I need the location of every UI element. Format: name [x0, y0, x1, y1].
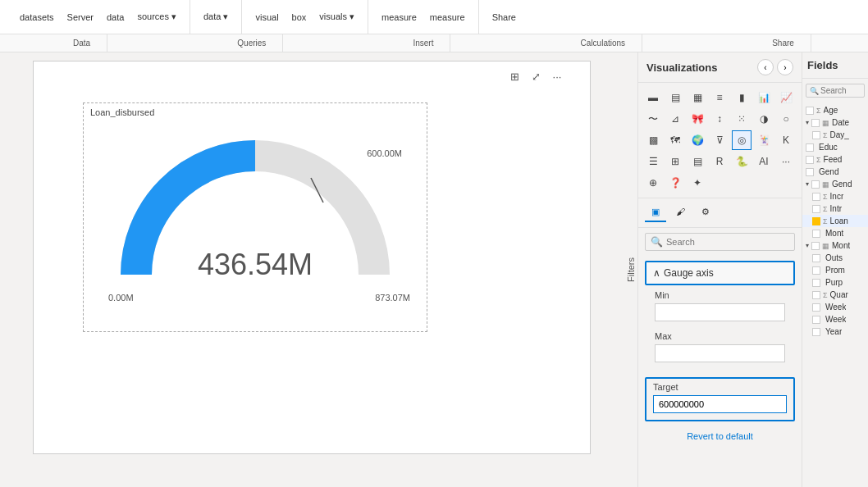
field-type-icon: Σ: [823, 217, 828, 225]
field-item[interactable]: ▾▦Gend: [802, 178, 868, 190]
viz-icon-filled-map[interactable]: 🌍: [688, 130, 707, 150]
ribbon-btn-server[interactable]: Server: [62, 11, 98, 24]
max-input[interactable]: [655, 344, 785, 362]
ribbon-btn-visual[interactable]: visual: [250, 11, 283, 24]
viz-icon-map[interactable]: 🗺: [665, 130, 685, 150]
viz-icon-table[interactable]: ▤: [688, 152, 707, 171]
field-checkbox[interactable]: [812, 193, 820, 201]
field-item[interactable]: ΣLoan: [802, 215, 868, 227]
field-checkbox[interactable]: [812, 266, 820, 275]
viz-icon-gauge[interactable]: ◎: [732, 130, 752, 150]
viz-icon-area[interactable]: 📈: [776, 88, 796, 107]
field-checkbox[interactable]: [812, 328, 820, 336]
field-item[interactable]: Year: [802, 325, 868, 338]
field-item[interactable]: Outs: [802, 252, 868, 264]
ribbon-btn-box[interactable]: box: [287, 11, 312, 24]
viz-icon-stacked-bar[interactable]: ▤: [665, 88, 685, 107]
viz-icon-stacked-col[interactable]: ▮: [732, 88, 752, 107]
tab-analytics[interactable]: ⚙: [695, 203, 716, 222]
viz-icon-scatter[interactable]: ⁙: [732, 109, 752, 129]
viz-icon-decomp[interactable]: ⊕: [643, 173, 663, 193]
viz-icon-slicer[interactable]: ☰: [643, 152, 663, 171]
filters-label[interactable]: Filters: [626, 257, 636, 282]
viz-icon-ai[interactable]: AI: [754, 152, 774, 171]
viz-collapse-left[interactable]: ‹: [757, 59, 774, 75]
ribbon-btn-sources[interactable]: sources ▾: [132, 10, 181, 24]
field-checkbox[interactable]: [806, 107, 814, 115]
viz-icon-area2[interactable]: ⊿: [665, 109, 685, 129]
expand-icon[interactable]: ⤢: [528, 68, 544, 84]
field-name-label: Feed: [824, 155, 843, 164]
field-checkbox[interactable]: [812, 205, 820, 213]
more-icon[interactable]: ···: [549, 68, 565, 84]
field-item[interactable]: ΣAge: [802, 104, 868, 116]
gauge-axis-header[interactable]: ∧ Gauge axis: [645, 261, 795, 285]
viz-icon-python[interactable]: 🐍: [732, 152, 752, 171]
viz-icon-line[interactable]: 〜: [643, 109, 663, 129]
field-item[interactable]: ▾▦Date: [802, 116, 868, 129]
ribbon-btn-data[interactable]: data: [102, 11, 129, 24]
ribbon-section-queries: Queries: [221, 34, 283, 52]
field-item[interactable]: ▾▦Mont: [802, 239, 868, 252]
viz-icon-qna[interactable]: ❓: [665, 173, 685, 193]
field-checkbox[interactable]: [812, 303, 820, 312]
field-item[interactable]: Purp: [802, 276, 868, 289]
field-item[interactable]: ΣQuar: [802, 289, 868, 301]
viz-icon-smart[interactable]: ✦: [688, 173, 707, 193]
viz-icon-pie[interactable]: ◑: [754, 109, 774, 129]
field-checkbox[interactable]: [812, 291, 820, 299]
field-checkbox[interactable]: [811, 180, 820, 189]
field-item[interactable]: Week: [802, 301, 868, 313]
viz-icon-treemap[interactable]: ▩: [643, 130, 663, 150]
viz-icon-kpi[interactable]: K: [776, 130, 796, 150]
field-item[interactable]: ΣIntr: [802, 203, 868, 215]
field-item[interactable]: Mont: [802, 227, 868, 239]
viz-icon-donut[interactable]: ○: [776, 109, 796, 129]
tab-format[interactable]: 🖌: [669, 203, 692, 222]
viz-icon-bar[interactable]: ▬: [643, 88, 663, 107]
viz-icon-line-bar[interactable]: 📊: [754, 88, 774, 107]
viz-collapse-right[interactable]: ›: [777, 59, 793, 75]
revert-button[interactable]: Revert to default: [638, 426, 802, 446]
viz-icon-matrix[interactable]: ⊞: [665, 152, 685, 171]
viz-icon-waterfall[interactable]: ↕: [710, 109, 729, 129]
field-checkbox[interactable]: [812, 254, 820, 262]
field-checkbox[interactable]: [812, 316, 820, 324]
viz-icon-clustered-bar[interactable]: ≡: [710, 88, 729, 107]
viz-icon-ribbon[interactable]: 🎀: [688, 109, 707, 129]
field-checkbox[interactable]: [811, 119, 820, 127]
viz-icon-r[interactable]: R: [710, 152, 729, 171]
viz-icon-card[interactable]: 🃏: [754, 130, 774, 150]
ribbon-btn-datasets[interactable]: datasets: [15, 11, 59, 24]
fields-search-input[interactable]: [820, 86, 861, 95]
viz-icon-more2[interactable]: ···: [776, 152, 796, 171]
field-checkbox[interactable]: [812, 131, 820, 139]
viz-icon-funnel[interactable]: ⊽: [710, 130, 729, 150]
field-item[interactable]: ΣIncr: [802, 190, 868, 203]
field-item[interactable]: ΣDay_: [802, 129, 868, 141]
viz-icon-100bar[interactable]: ▦: [688, 88, 707, 107]
viz-search-box[interactable]: 🔍: [645, 233, 795, 251]
field-checkbox[interactable]: [812, 279, 820, 287]
ribbon-btn-measure2[interactable]: measure: [425, 11, 470, 24]
filter-icon[interactable]: ⊞: [506, 68, 523, 84]
field-item[interactable]: Educ: [802, 141, 868, 153]
field-item[interactable]: Gend: [802, 166, 868, 178]
field-checkbox[interactable]: [806, 143, 814, 152]
field-checkbox[interactable]: [812, 217, 820, 225]
tab-build[interactable]: ▣: [645, 203, 666, 222]
fields-search-box[interactable]: 🔍: [806, 84, 865, 98]
target-input[interactable]: [653, 395, 787, 413]
ribbon-btn-visuals[interactable]: visuals ▾: [314, 10, 359, 24]
viz-search-input[interactable]: [666, 237, 789, 247]
field-checkbox[interactable]: [811, 242, 820, 250]
ribbon-btn-data-queries[interactable]: data ▾: [199, 10, 233, 24]
ribbon-btn-measure1[interactable]: measure: [377, 11, 422, 24]
min-input[interactable]: [655, 303, 785, 321]
field-item[interactable]: ΣFeed: [802, 153, 868, 166]
field-item[interactable]: Week: [802, 313, 868, 325]
field-checkbox[interactable]: [806, 168, 814, 176]
field-item[interactable]: Prom: [802, 264, 868, 276]
field-checkbox[interactable]: [812, 230, 820, 238]
field-checkbox[interactable]: [806, 156, 814, 164]
